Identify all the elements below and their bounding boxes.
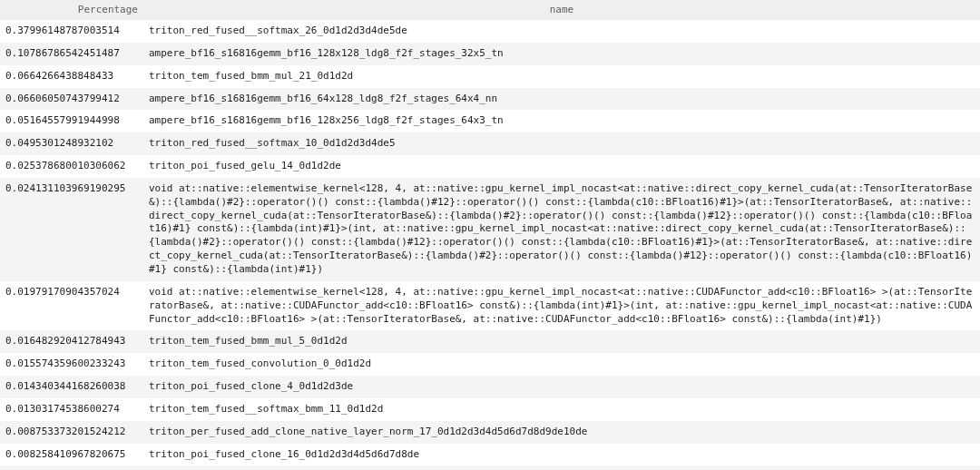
table-row[interactable]: 0.01979170904357024void at::native::elem… xyxy=(0,281,980,331)
col-header-name[interactable]: name xyxy=(143,0,980,20)
table-row[interactable]: 0.10786786542451487ampere_bf16_s16816gem… xyxy=(0,43,980,65)
table-row[interactable]: 0.014340344168260038triton_poi_fused_clo… xyxy=(0,376,980,398)
name-cell: void at::native::(anonymous namespace)::… xyxy=(143,465,980,470)
table-row[interactable]: 0.006726062134711091void at::native::(an… xyxy=(0,465,980,470)
percentage-cell: 0.015574359600233243 xyxy=(0,353,143,376)
percentage-cell: 0.01979170904357024 xyxy=(0,281,143,331)
table-row[interactable]: 0.008258410967820675triton_poi_fused_clo… xyxy=(0,444,980,466)
name-cell: triton_per_fused_add_clone_native_layer_… xyxy=(143,421,980,444)
table-row[interactable]: 0.025378680010306062triton_poi_fused_gel… xyxy=(0,155,980,178)
name-cell: triton_tem_fused_bmm_mul_5_0d1d2d xyxy=(143,330,980,353)
table-row[interactable]: 0.0664266438848433triton_tem_fused_bmm_m… xyxy=(0,65,980,88)
percentage-cell: 0.0495301248932102 xyxy=(0,132,143,155)
percentage-cell: 0.006726062134711091 xyxy=(0,465,143,470)
percentage-cell: 0.008753373201524212 xyxy=(0,421,143,444)
table-row[interactable]: 0.05164557991944998ampere_bf16_s16816gem… xyxy=(0,110,980,132)
name-cell: ampere_bf16_s16816gemm_bf16_128x256_ldg8… xyxy=(143,110,980,132)
percentage-cell: 0.0664266438848433 xyxy=(0,65,143,88)
percentage-cell: 0.01303174538600274 xyxy=(0,398,143,421)
table-row[interactable]: 0.01303174538600274triton_tem_fused__sof… xyxy=(0,398,980,421)
name-cell: ampere_bf16_s16816gemm_bf16_64x128_ldg8_… xyxy=(143,88,980,111)
percentage-cell: 0.37996148787003514 xyxy=(0,20,143,43)
percentage-cell: 0.014340344168260038 xyxy=(0,376,143,398)
table-row[interactable]: 0.015574359600233243triton_tem_fused_con… xyxy=(0,353,980,376)
percentage-cell: 0.016482920412784943 xyxy=(0,330,143,353)
name-cell: triton_poi_fused_clone_4_0d1d2d3de xyxy=(143,376,980,398)
percentage-cell: 0.06606050743799412 xyxy=(0,88,143,111)
percentage-cell: 0.10786786542451487 xyxy=(0,43,143,65)
name-cell: triton_red_fused__softmax_10_0d1d2d3d4de… xyxy=(143,132,980,155)
name-cell: triton_tem_fused_convolution_0_0d1d2d xyxy=(143,353,980,376)
table-row[interactable]: 0.37996148787003514triton_red_fused__sof… xyxy=(0,20,980,43)
percentage-cell: 0.008258410967820675 xyxy=(0,444,143,466)
table-row[interactable]: 0.024131103969190295void at::native::ele… xyxy=(0,178,980,281)
name-cell: triton_tem_fused_bmm_mul_21_0d1d2d xyxy=(143,65,980,88)
name-cell: void at::native::elementwise_kernel<128,… xyxy=(143,178,980,281)
name-cell: void at::native::elementwise_kernel<128,… xyxy=(143,281,980,331)
name-cell: triton_poi_fused_clone_16_0d1d2d3d4d5d6d… xyxy=(143,444,980,466)
table-row[interactable]: 0.008753373201524212triton_per_fused_add… xyxy=(0,421,980,444)
percentage-cell: 0.024131103969190295 xyxy=(0,178,143,281)
header-row: Percentage name xyxy=(0,0,980,20)
table-row[interactable]: 0.016482920412784943triton_tem_fused_bmm… xyxy=(0,330,980,353)
table-row[interactable]: 0.06606050743799412ampere_bf16_s16816gem… xyxy=(0,88,980,111)
name-cell: triton_poi_fused_gelu_14_0d1d2de xyxy=(143,155,980,178)
name-cell: triton_tem_fused__softmax_bmm_11_0d1d2d xyxy=(143,398,980,421)
percentage-cell: 0.05164557991944998 xyxy=(0,110,143,132)
table-row[interactable]: 0.0495301248932102triton_red_fused__soft… xyxy=(0,132,980,155)
name-cell: triton_red_fused__softmax_26_0d1d2d3d4de… xyxy=(143,20,980,43)
col-header-percentage[interactable]: Percentage xyxy=(0,0,143,20)
name-cell: ampere_bf16_s16816gemm_bf16_128x128_ldg8… xyxy=(143,43,980,65)
profiling-table: Percentage name 0.37996148787003514trito… xyxy=(0,0,980,470)
table-body: 0.37996148787003514triton_red_fused__sof… xyxy=(0,20,980,470)
percentage-cell: 0.025378680010306062 xyxy=(0,155,143,178)
